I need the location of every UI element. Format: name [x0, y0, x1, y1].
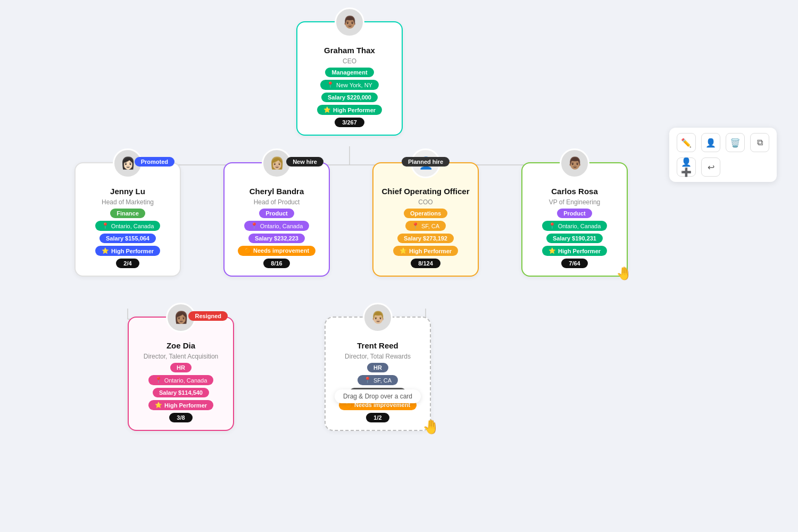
zoe-performer-badge: ⭐ High Performer	[148, 400, 213, 410]
jenny-salary-badge: Salary $155,064	[99, 234, 156, 243]
cheryl-location-badge: 📍 Ontario, Canada	[244, 221, 310, 231]
location-icon: 📍	[327, 81, 334, 88]
star-icon: ⭐	[400, 247, 407, 254]
carlos-performer-badge: ⭐ High Performer	[542, 246, 607, 256]
coo-department-badge: Operations	[404, 209, 447, 218]
ceo-card[interactable]: 👨🏽 Graham Thax CEO Management 📍 New York…	[296, 21, 403, 136]
ceo-salary-badge: Salary $220,000	[321, 93, 378, 102]
carlos-location-badge: 📍 Ontario, Canada	[542, 221, 608, 231]
jenny-performer-badge: ⭐ High Performer	[95, 246, 160, 256]
location-icon: 📍	[364, 377, 371, 384]
zoe-counter[interactable]: 3/8	[169, 413, 192, 422]
trent-title: Director, Total Rewards	[345, 353, 411, 360]
location-icon: 📍	[155, 377, 162, 384]
location-icon: 📍	[548, 222, 556, 229]
trent-location-badge: 📍 SF, CA	[358, 375, 398, 385]
coo-name: Chief Operating Officer	[381, 187, 469, 196]
zoe-location-badge: 📍 Ontario, Canada	[148, 375, 214, 385]
org-chart: 👨🏽 Graham Thax CEO Management 📍 New York…	[0, 0, 798, 532]
trent-card[interactable]: 👨🏼 Trent Reed Director, Total Rewards HR…	[325, 317, 431, 431]
cheryl-needs-badge: 🟠 Needs improvement	[238, 246, 315, 256]
coo-title: COO	[418, 198, 433, 206]
trent-department-badge: HR	[367, 363, 388, 372]
toolbar: ✏️ 👤 🗑️ ⧉ 👤➕ ↩	[669, 128, 777, 182]
jenny-location-badge: 📍 Ontario, Canada	[95, 221, 161, 231]
trent-counter[interactable]: 1/2	[366, 413, 389, 422]
trent-name: Trent Reed	[357, 341, 398, 350]
star-icon: ⭐	[548, 247, 556, 254]
drag-cursor-carlos: 🤚	[616, 266, 632, 281]
coo-planned-tag: Planned hire	[402, 157, 450, 167]
undo-button[interactable]: ↩	[701, 157, 720, 177]
coo-counter[interactable]: 8/124	[411, 259, 440, 268]
star-icon: ⭐	[102, 247, 109, 254]
ceo-counter[interactable]: 3/267	[335, 118, 364, 127]
ceo-department-badge: Management	[325, 68, 373, 77]
zoe-department-badge: HR	[170, 363, 192, 372]
cheryl-title: Head of Product	[254, 198, 300, 206]
cheryl-card[interactable]: New hire 👩🏼 Cheryl Bandra Head of Produc…	[223, 162, 330, 277]
jenny-name: Jenny Lu	[110, 187, 145, 196]
ceo-avatar: 👨🏽	[335, 7, 364, 37]
star-icon: ⭐	[155, 402, 162, 409]
delete-button[interactable]: 🗑️	[726, 133, 745, 152]
location-icon: 📍	[102, 222, 109, 229]
carlos-title: VP of Engineering	[549, 198, 601, 206]
zoe-resigned-tag: Resigned	[188, 311, 228, 321]
jenny-promoted-tag: Promoted	[135, 157, 174, 167]
cheryl-name: Cheryl Bandra	[250, 187, 304, 196]
coo-location-badge: 📍 SF, CA	[405, 221, 446, 231]
carlos-name: Carlos Rosa	[551, 187, 598, 196]
carlos-department-badge: Product	[557, 209, 592, 218]
carlos-card[interactable]: 👨🏽 Carlos Rosa VP of Engineering Product…	[521, 162, 628, 277]
carlos-counter[interactable]: 7/64	[561, 259, 587, 268]
person-button[interactable]: 👤	[701, 133, 720, 152]
copy-button[interactable]: ⧉	[750, 133, 769, 152]
location-icon: 📍	[251, 222, 258, 229]
cheryl-new-hire-tag: New hire	[286, 157, 323, 167]
ceo-location-badge: 📍 New York, NY	[320, 80, 379, 90]
coo-card[interactable]: Planned hire 👤 Chief Operating Officer C…	[372, 162, 479, 277]
zoe-title: Director, Talent Acquisition	[144, 353, 219, 360]
jenny-card[interactable]: Promoted 👩🏻 Jenny Lu Head of Marketing F…	[74, 162, 181, 277]
jenny-department-badge: Finance	[110, 209, 145, 218]
cheryl-salary-badge: Salary $232,223	[248, 234, 305, 243]
zoe-card[interactable]: Resigned 👩🏽 Zoe Dia Director, Talent Acq…	[128, 317, 234, 431]
cheryl-counter[interactable]: 8/16	[263, 259, 289, 268]
drag-cursor-trent: 🤚	[422, 419, 439, 435]
add-person-button[interactable]: 👤➕	[677, 157, 696, 177]
zoe-salary-badge: Salary $114,540	[153, 388, 209, 397]
jenny-counter[interactable]: 2/4	[116, 259, 139, 268]
carlos-avatar: 👨🏽	[560, 148, 589, 178]
toolbar-row-top: ✏️ 👤 🗑️ ⧉	[677, 133, 769, 152]
carlos-salary-badge: Salary $190,231	[546, 234, 603, 243]
drag-drop-tooltip: Drag & Drop over a card	[335, 389, 421, 403]
toolbar-row-bottom: 👤➕ ↩	[677, 157, 769, 177]
location-icon: 📍	[412, 222, 419, 229]
ceo-performer-badge: ⭐ High Performer	[317, 105, 382, 115]
cheryl-department-badge: Product	[259, 209, 294, 218]
coo-salary-badge: Salary $273,192	[397, 234, 454, 243]
edit-button[interactable]: ✏️	[677, 133, 696, 152]
jenny-title: Head of Marketing	[102, 198, 154, 206]
coo-performer-badge: ⭐ High Performer	[393, 246, 458, 256]
zoe-name: Zoe Dia	[167, 341, 195, 350]
ceo-name: Graham Thax	[324, 46, 375, 55]
trent-avatar: 👨🏼	[363, 303, 393, 332]
ceo-title: CEO	[343, 57, 356, 65]
star-icon: ⭐	[323, 106, 331, 113]
